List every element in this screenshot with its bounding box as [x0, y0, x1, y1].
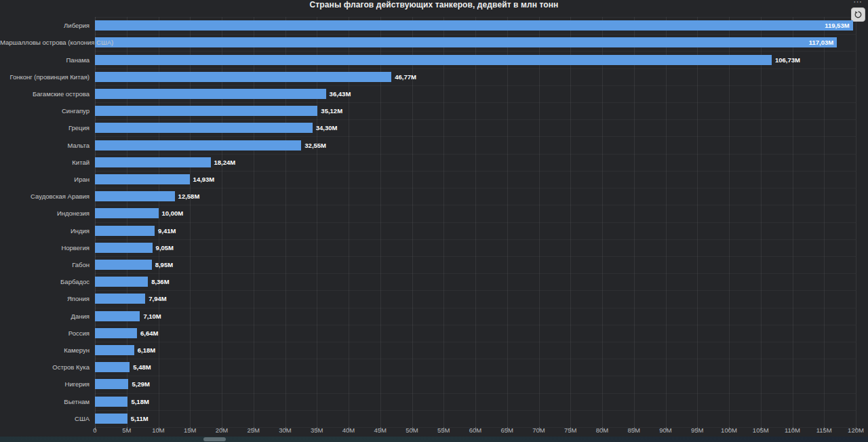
vertical-gridline: [824, 17, 825, 427]
value-label: 9,41M: [158, 226, 176, 236]
category-label: Мальта: [0, 140, 90, 150]
bar[interactable]: [95, 362, 130, 372]
category-label: Габон: [0, 260, 90, 270]
bar[interactable]: [95, 20, 853, 31]
bar[interactable]: [95, 191, 175, 201]
category-label: Норвегия: [0, 243, 90, 253]
category-label: Индонезия: [0, 208, 90, 218]
vertical-gridline: [602, 17, 603, 427]
x-axis-tick-label: 45M: [374, 426, 387, 434]
x-axis-tick-label: 30M: [279, 426, 291, 434]
value-label: 35,12M: [321, 106, 342, 116]
bar[interactable]: [95, 89, 326, 99]
bar[interactable]: [95, 226, 155, 236]
value-label: 36,43M: [330, 89, 351, 99]
bar[interactable]: [95, 379, 128, 389]
category-label: Либерия: [0, 20, 90, 31]
value-label: 6,64M: [140, 328, 158, 338]
bar[interactable]: [95, 72, 391, 82]
category-label: Маршалловы острова (колония США): [0, 37, 90, 47]
category-label: Греция: [0, 123, 90, 133]
chart-title: Страны флагов действующих танкеров, дедв…: [0, 0, 868, 11]
x-axis-tick-label: 0: [93, 426, 96, 434]
value-label: 5,29M: [132, 379, 149, 389]
x-axis-tick-label: 85M: [628, 426, 640, 434]
vertical-gridline: [793, 17, 793, 427]
category-label: Россия: [0, 328, 90, 338]
bar[interactable]: [95, 140, 301, 150]
category-label: Гонконг (провинция Китая): [0, 72, 90, 82]
bar[interactable]: [95, 106, 317, 116]
tanker-flags-bar-chart: Страны флагов действующих танкеров, дедв…: [0, 0, 868, 442]
x-axis-tick-label: 110M: [785, 426, 800, 434]
category-label: Панама: [0, 55, 90, 65]
bar[interactable]: [95, 277, 148, 287]
x-axis-labels: 05M10M15M20M25M30M35M40M45M50M55M60M65M7…: [95, 426, 856, 436]
vertical-gridline: [761, 17, 762, 427]
x-axis-tick-label: 100M: [721, 426, 737, 434]
category-label: Сингапур: [0, 106, 90, 116]
plot-area: 119,53M117,03M106,73M46,77M36,43M35,12M3…: [95, 17, 856, 427]
x-axis-tick-label: 120M: [848, 426, 864, 434]
x-axis-tick-label: 20M: [216, 426, 228, 434]
category-label: Китай: [0, 157, 90, 167]
bar[interactable]: [95, 37, 837, 47]
value-label: 5,11M: [131, 414, 149, 424]
x-axis-tick-label: 60M: [469, 426, 481, 434]
bar[interactable]: [95, 243, 153, 253]
x-axis-tick-label: 5M: [122, 426, 131, 434]
vertical-gridline: [443, 17, 444, 427]
vertical-gridline: [570, 17, 571, 427]
x-axis-tick-label: 65M: [501, 426, 513, 434]
x-axis-tick-label: 75M: [564, 426, 576, 434]
bar[interactable]: [95, 208, 159, 218]
vertical-gridline: [507, 17, 508, 427]
x-axis-tick-label: 40M: [342, 426, 355, 434]
value-label: 18,24M: [214, 157, 236, 167]
value-label: 5,48M: [133, 362, 151, 372]
value-label: 7,94M: [149, 294, 166, 304]
bar[interactable]: [95, 123, 313, 133]
category-label: США: [0, 414, 90, 424]
bar[interactable]: [95, 174, 190, 184]
category-label: Иран: [0, 174, 90, 184]
category-label: Вьетнам: [0, 397, 90, 407]
bar[interactable]: [95, 397, 127, 407]
bar[interactable]: [95, 414, 127, 424]
bar[interactable]: [95, 157, 211, 167]
category-label: Багамские острова: [0, 89, 90, 99]
category-label: Япония: [0, 294, 90, 304]
x-axis-tick-label: 70M: [532, 426, 545, 434]
x-axis-tick-label: 90M: [659, 426, 671, 434]
x-axis-tick-label: 105M: [753, 426, 769, 434]
value-label: 5,18M: [131, 397, 149, 407]
x-axis-tick-label: 35M: [311, 426, 323, 434]
bar[interactable]: [95, 55, 772, 65]
x-axis-tick-label: 50M: [406, 426, 418, 434]
bar[interactable]: [95, 328, 137, 338]
horizontal-scrollbar-track[interactable]: [0, 437, 868, 442]
x-axis-tick-label: 10M: [152, 426, 164, 434]
value-label: 8,95M: [155, 260, 173, 270]
x-axis-tick-label: 115M: [816, 426, 832, 434]
x-axis-tick-label: 25M: [248, 426, 260, 434]
vertical-gridline: [539, 17, 540, 427]
x-axis-tick-label: 15M: [184, 426, 196, 434]
bar[interactable]: [95, 345, 134, 355]
x-axis-tick-label: 95M: [691, 426, 703, 434]
value-label: 12,58M: [178, 191, 200, 201]
value-label: 14,93M: [193, 174, 215, 184]
more-options-icon[interactable]: ⋯: [853, 0, 863, 6]
bar[interactable]: [95, 294, 145, 304]
horizontal-scrollbar-thumb[interactable]: [203, 437, 226, 441]
category-label: Саудовская Аравия: [0, 191, 90, 201]
bar[interactable]: [95, 311, 140, 321]
vertical-gridline: [666, 17, 667, 427]
value-label: 119,53M: [812, 20, 850, 31]
vertical-gridline: [634, 17, 635, 427]
y-axis-labels: ЛиберияМаршалловы острова (колония США)П…: [0, 17, 90, 427]
category-label: Дания: [0, 311, 90, 321]
category-label: Остров Кука: [0, 362, 90, 372]
bar[interactable]: [95, 260, 152, 270]
value-label: 9,05M: [156, 243, 174, 253]
